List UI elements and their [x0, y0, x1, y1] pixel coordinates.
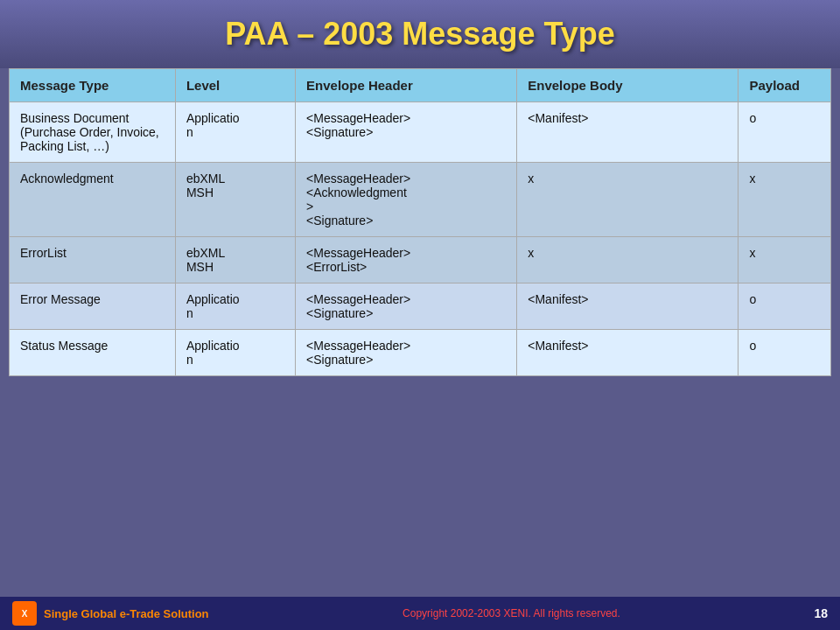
cell-msg-type-1: Acknowledgment: [10, 163, 176, 237]
cell-env-body-3: <Manifest>: [517, 284, 738, 330]
main-table: Message Type Level Envelope Header Envel…: [9, 68, 831, 376]
cell-env-hdr-4: <MessageHeader><Signature>: [296, 330, 517, 376]
col-header-payload: Payload: [738, 69, 831, 102]
logo-text: X: [22, 609, 28, 619]
cell-env-body-0: <Manifest>: [517, 102, 738, 163]
col-header-env-hdr: Envelope Header: [296, 69, 517, 102]
cell-env-body-4: <Manifest>: [517, 330, 738, 376]
footer: X Single Global e-Trade Solution Copyrig…: [0, 597, 840, 630]
cell-level-0: Application: [175, 102, 295, 163]
footer-copyright: Copyright 2002-2003 XENI. All rights res…: [402, 607, 620, 620]
cell-msg-type-2: ErrorList: [10, 237, 176, 284]
col-header-msg-type: Message Type: [10, 69, 176, 102]
cell-env-hdr-3: <MessageHeader><Signature>: [296, 284, 517, 330]
table-row: Status Message Application <MessageHeade…: [10, 330, 831, 376]
table-row: Acknowledgment ebXMLMSH <MessageHeader><…: [10, 163, 831, 237]
cell-level-4: Application: [175, 330, 295, 376]
title-bar: PAA – 2003 Message Type: [0, 0, 840, 68]
cell-payload-0: o: [738, 102, 831, 163]
footer-logo: X: [12, 601, 37, 626]
cell-msg-type-4: Status Message: [10, 330, 176, 376]
cell-level-2: ebXMLMSH: [175, 237, 295, 284]
cell-env-hdr-1: <MessageHeader><Acknowledgment><Signatur…: [296, 163, 517, 237]
footer-page-number: 18: [814, 606, 828, 620]
cell-msg-type-3: Error Message: [10, 284, 176, 330]
table-row: Business Document (Purchase Order, Invoi…: [10, 102, 831, 163]
cell-env-body-1: x: [517, 163, 738, 237]
cell-payload-3: o: [738, 284, 831, 330]
cell-payload-2: x: [738, 237, 831, 284]
cell-env-hdr-0: <MessageHeader><Signature>: [296, 102, 517, 163]
cell-level-1: ebXMLMSH: [175, 163, 295, 237]
table-header-row: Message Type Level Envelope Header Envel…: [10, 69, 831, 102]
page-title: PAA – 2003 Message Type: [26, 16, 814, 52]
col-header-level: Level: [175, 69, 295, 102]
table-row: ErrorList ebXMLMSH <MessageHeader><Error…: [10, 237, 831, 284]
cell-msg-type-0: Business Document (Purchase Order, Invoi…: [10, 102, 176, 163]
cell-env-hdr-2: <MessageHeader><ErrorList>: [296, 237, 517, 284]
footer-left: X Single Global e-Trade Solution: [12, 601, 209, 626]
col-header-env-body: Envelope Body: [517, 69, 738, 102]
table-row: Error Message Application <MessageHeader…: [10, 284, 831, 330]
table-container: Message Type Level Envelope Header Envel…: [9, 68, 831, 376]
footer-tagline: Single Global e-Trade Solution: [44, 607, 209, 620]
cell-payload-1: x: [738, 163, 831, 237]
cell-env-body-2: x: [517, 237, 738, 284]
cell-level-3: Application: [175, 284, 295, 330]
cell-payload-4: o: [738, 330, 831, 376]
